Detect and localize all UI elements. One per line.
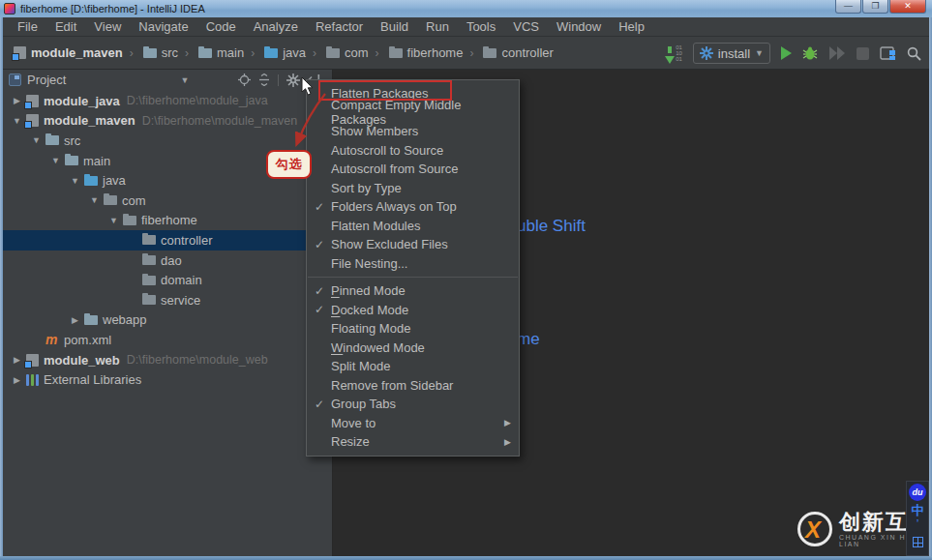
tree-row-dao[interactable]: dao <box>3 251 332 271</box>
menu-navigate[interactable]: Navigate <box>130 19 196 34</box>
menu-item-show-excluded-files[interactable]: ✓Show Excluded Files <box>307 235 519 254</box>
tree-row-webapp[interactable]: ▶webapp <box>3 310 332 331</box>
tree-row-fiberhome[interactable]: ▼fiberhome <box>3 211 332 231</box>
menu-item-docked-mode[interactable]: ✓Docked Mode <box>307 301 519 320</box>
menu-item-sort-by-type[interactable]: Sort by Type <box>307 179 519 198</box>
project-panel: Project ▼ <box>3 70 332 556</box>
tree-row-external-libraries[interactable]: ▶External Libraries <box>3 369 332 390</box>
source-folder-icon <box>264 48 278 58</box>
gear-icon[interactable] <box>286 74 300 87</box>
menu-refactor[interactable]: Refactor <box>307 19 372 34</box>
breadcrumb-item-src[interactable]: src <box>140 45 178 60</box>
maximize-button[interactable]: ❐ <box>862 0 888 14</box>
run-configuration-label: install <box>718 46 750 61</box>
breadcrumb-item-main[interactable]: main <box>195 45 244 60</box>
menu-item-resize[interactable]: Resize▶ <box>307 432 519 452</box>
minimize-button[interactable]: — <box>835 0 861 14</box>
menu-item-group-tabs[interactable]: ✓Group Tabs <box>307 395 519 414</box>
menu-file[interactable]: File <box>9 19 46 34</box>
tree-row-pom-xml[interactable]: mpom.xml <box>3 330 332 350</box>
breadcrumb-item-module_maven[interactable]: module_maven <box>11 45 123 60</box>
breadcrumb-label: main <box>217 45 244 60</box>
close-button[interactable]: ✕ <box>889 0 926 14</box>
chevron-expanded-icon[interactable]: ▼ <box>107 216 120 225</box>
ime-grid-icon[interactable] <box>913 537 923 547</box>
chevron-expanded-icon[interactable]: ▼ <box>69 176 81 186</box>
tree-row-module-maven[interactable]: ▼module_mavenD:\fiberhome\module_maven <box>3 111 332 132</box>
menu-edit[interactable]: Edit <box>46 19 85 34</box>
vcs-update-icon[interactable]: 011001 <box>665 44 682 62</box>
tree-row-service[interactable]: service <box>3 290 332 310</box>
menu-item-show-members[interactable]: Show Members <box>307 122 519 141</box>
menu-item-pinned-mode[interactable]: ✓Pinned Mode <box>307 281 519 301</box>
folder-icon <box>45 135 59 145</box>
menu-window[interactable]: Window <box>548 19 610 34</box>
chevron-expanded-icon[interactable]: ▼ <box>49 156 62 165</box>
menu-item-autoscroll-to-source[interactable]: Autoscroll to Source <box>307 141 519 161</box>
menu-item-label: Move to <box>331 416 504 430</box>
tree-row-module-web[interactable]: ▶module_webD:\fiberhome\module_web <box>3 350 332 370</box>
breadcrumb-item-controller[interactable]: controller <box>480 45 553 60</box>
chevron-down-icon[interactable]: ▼ <box>180 75 189 85</box>
ime-language-toggle[interactable]: 中 <box>912 504 924 517</box>
menu-item-file-nesting-[interactable]: File Nesting... <box>307 254 519 274</box>
tree-node-label: module_web <box>44 353 120 368</box>
menu-vcs[interactable]: VCS <box>504 19 548 34</box>
menu-bar: FileEditViewNavigateCodeAnalyzeRefactorB… <box>3 17 929 37</box>
chevron-collapsed-icon[interactable]: ▶ <box>11 355 23 365</box>
baidu-ime-icon[interactable]: du <box>909 484 926 501</box>
menu-item-label: Pinned Mode <box>331 283 511 298</box>
menu-separator <box>308 277 518 278</box>
menu-item-flatten-modules[interactable]: Flatten Modules <box>307 217 519 236</box>
breadcrumb-item-com[interactable]: com <box>323 45 369 60</box>
collapse-all-icon[interactable] <box>258 74 270 86</box>
package-icon <box>142 295 156 305</box>
search-icon[interactable] <box>907 46 921 61</box>
breadcrumb-item-fiberhome[interactable]: fiberhome <box>386 45 464 60</box>
tree-row-src[interactable]: ▼src <box>3 131 332 151</box>
project-panel-title: Project <box>27 73 66 87</box>
menu-tools[interactable]: Tools <box>458 19 504 34</box>
window-border-left <box>0 17 3 560</box>
menu-code[interactable]: Code <box>197 19 245 34</box>
chevron-expanded-icon[interactable]: ▼ <box>88 195 101 205</box>
menu-help[interactable]: Help <box>610 19 653 34</box>
menu-item-windowed-mode[interactable]: Windowed Mode <box>307 339 519 358</box>
submenu-arrow-icon: ▶ <box>504 418 511 427</box>
debug-button[interactable] <box>802 45 818 61</box>
chevron-collapsed-icon[interactable]: ▶ <box>69 315 81 325</box>
ime-punctuation-toggle[interactable]: ’ <box>917 520 919 528</box>
window-border-bottom <box>0 556 932 560</box>
menu-build[interactable]: Build <box>372 19 417 34</box>
menu-item-floating-mode[interactable]: Floating Mode <box>307 319 519 339</box>
menu-item-folders-always-on-top[interactable]: ✓Folders Always on Top <box>307 197 519 217</box>
run-configuration-select[interactable]: install ▼ <box>693 43 770 64</box>
menu-item-remove-from-sidebar[interactable]: Remove from Sidebar <box>307 376 519 396</box>
stop-button[interactable] <box>857 47 869 60</box>
tree-row-controller[interactable]: controller <box>3 230 332 251</box>
menu-item-split-mode[interactable]: Split Mode <box>307 357 519 376</box>
locate-file-icon[interactable] <box>238 74 251 86</box>
menu-item-move-to[interactable]: Move to▶ <box>307 414 519 433</box>
tree-row-domain[interactable]: domain <box>3 270 332 290</box>
chevron-expanded-icon[interactable]: ▼ <box>30 135 43 145</box>
breadcrumb: module_maven›src›main›java›com›fiberhome… <box>3 45 554 60</box>
window-title: fiberhome [D:\fiberhome] - IntelliJ IDEA <box>20 3 205 15</box>
breadcrumb-item-java[interactable]: java <box>261 45 306 60</box>
run-button[interactable] <box>781 46 792 60</box>
breadcrumb-label: controller <box>501 45 553 60</box>
chevron-collapsed-icon[interactable]: ▶ <box>11 375 23 385</box>
chevron-expanded-icon[interactable]: ▼ <box>11 116 23 126</box>
menu-item-compact-empty-middle-packages[interactable]: Compact Empty Middle Packages <box>307 103 519 123</box>
menu-view[interactable]: View <box>85 19 130 34</box>
menu-item-autoscroll-from-source[interactable]: Autoscroll from Source <box>307 160 519 179</box>
coverage-button[interactable] <box>828 46 846 60</box>
menu-analyze[interactable]: Analyze <box>245 19 307 34</box>
chevron-collapsed-icon[interactable]: ▶ <box>11 96 23 105</box>
tree-row-module-java[interactable]: ▶module_javaD:\fiberhome\module_java <box>3 91 332 111</box>
menu-item-label: File Nesting... <box>331 256 511 271</box>
tree-node-label: java <box>103 173 126 188</box>
menu-run[interactable]: Run <box>417 19 458 34</box>
toolwindow-layout-icon[interactable] <box>880 46 896 61</box>
tree-row-com[interactable]: ▼com <box>3 191 332 211</box>
